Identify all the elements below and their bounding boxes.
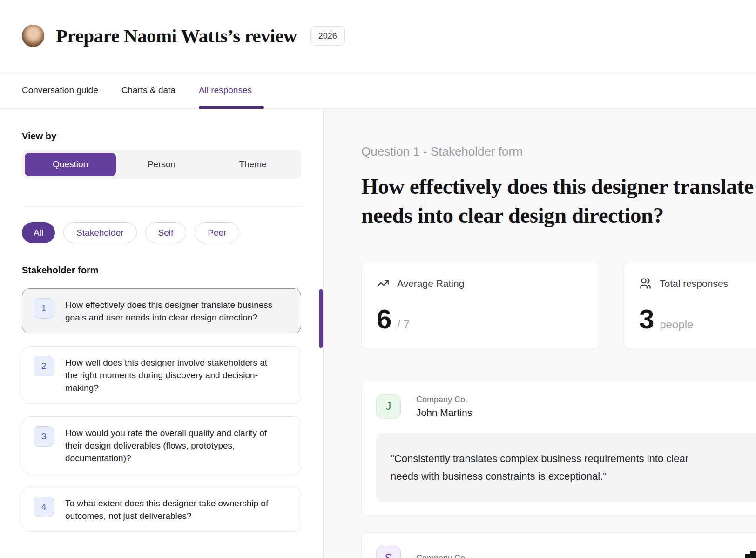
reviewee-avatar <box>22 25 44 47</box>
tab-bar: Conversation guide Charts & data All res… <box>0 72 756 109</box>
stat-label: Average Rating <box>397 278 464 289</box>
filter-self[interactable]: Self <box>145 222 187 243</box>
stat-cards: Average Rating 6 / 7 <box>361 261 756 349</box>
view-by-segmented-control: Question Person Theme <box>22 150 301 179</box>
responder-initial-avatar: J <box>376 394 401 419</box>
sidebar-divider <box>22 206 301 207</box>
corner-widget-fragment <box>750 551 756 554</box>
question-card-1[interactable]: 1 How effectively does this designer tra… <box>22 288 301 333</box>
corner-widget-fragment <box>745 554 756 558</box>
filter-stakeholder[interactable]: Stakeholder <box>63 222 136 243</box>
question-heading-line-2: needs into clear design direction? <box>361 201 756 230</box>
trending-up-icon <box>377 277 389 290</box>
question-heading-line-1: How effectively does this designer trans… <box>361 172 756 201</box>
form-section-title: Stakeholder form <box>22 265 323 276</box>
average-rating-value: 6 <box>377 303 391 334</box>
content-row: View by Question Person Theme All Stakeh… <box>0 109 756 558</box>
question-context-label: Question 1 - Stakeholder form <box>361 144 756 159</box>
question-text: How would you rate the overall quality a… <box>65 426 276 464</box>
tab-conversation-guide[interactable]: Conversation guide <box>22 72 98 108</box>
segment-question[interactable]: Question <box>25 153 116 176</box>
total-responses-unit: people <box>660 318 693 331</box>
average-rating-card: Average Rating 6 / 7 <box>361 261 599 349</box>
response-card-2: S Company Co. <box>361 532 756 558</box>
response-quote: "Consistently translates complex busines… <box>376 433 756 502</box>
question-list: 1 How effectively does this designer tra… <box>22 288 323 532</box>
question-text: How well does this designer involve stak… <box>65 356 276 394</box>
responder-company: Company Co. <box>416 553 467 558</box>
stat-label: Total responses <box>660 278 728 289</box>
tab-label: All responses <box>199 85 252 95</box>
question-text: To what extent does this designer take o… <box>65 497 276 522</box>
filter-pills: All Stakeholder Self Peer <box>22 222 323 243</box>
year-badge: 2026 <box>310 26 345 46</box>
users-icon <box>639 277 652 290</box>
question-number-badge: 3 <box>34 426 54 447</box>
response-quote-line-1: "Consistently translates complex busines… <box>391 450 756 468</box>
average-rating-scale: / 7 <box>397 318 410 331</box>
total-responses-value: 3 <box>639 303 654 334</box>
question-heading: How effectively does this designer trans… <box>361 172 756 230</box>
tab-label: Charts & data <box>122 85 176 95</box>
main-pane: Question 1 - Stakeholder form How effect… <box>324 109 756 558</box>
question-card-3[interactable]: 3 How would you rate the overall quality… <box>22 416 301 474</box>
responses-list: J Company Co. John Martins "Consistently… <box>361 381 756 558</box>
page: Prepare Naomi Watts’s review 2026 Conver… <box>0 0 756 558</box>
tab-label: Conversation guide <box>22 85 98 95</box>
responder-name: John Martins <box>416 407 472 418</box>
question-text: How effectively does this designer trans… <box>65 298 276 324</box>
filter-peer[interactable]: Peer <box>195 222 239 243</box>
question-number-badge: 4 <box>34 497 54 517</box>
header: Prepare Naomi Watts’s review 2026 <box>0 0 756 72</box>
filter-all[interactable]: All <box>22 222 55 243</box>
response-card-john-martins: J Company Co. John Martins "Consistently… <box>361 381 756 516</box>
responder-company: Company Co. <box>416 395 472 405</box>
question-card-2[interactable]: 2 How well does this designer involve st… <box>22 346 301 404</box>
total-responses-card: Total responses 3 people <box>624 261 756 349</box>
segment-person[interactable]: Person <box>116 153 207 176</box>
view-by-label: View by <box>22 131 323 142</box>
question-card-4[interactable]: 4 To what extent does this designer take… <box>22 487 301 532</box>
question-number-badge: 1 <box>34 298 54 319</box>
response-quote-line-2: needs with business constraints is excep… <box>391 468 756 485</box>
sidebar-scrollbar-thumb[interactable] <box>319 289 323 348</box>
sidebar: View by Question Person Theme All Stakeh… <box>0 109 324 558</box>
tab-charts-and-data[interactable]: Charts & data <box>122 72 176 108</box>
responder-initial-avatar: S <box>376 546 401 558</box>
question-number-badge: 2 <box>34 356 54 376</box>
tab-all-responses[interactable]: All responses <box>199 72 252 108</box>
segment-theme[interactable]: Theme <box>207 153 298 176</box>
page-title: Prepare Naomi Watts’s review <box>56 25 297 47</box>
